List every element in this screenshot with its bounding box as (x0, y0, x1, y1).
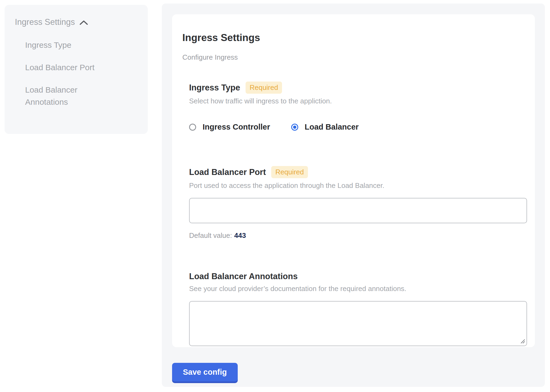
chevron-up-icon (79, 20, 88, 26)
ingress-settings-card: Ingress Settings Configure Ingress Ingre… (172, 14, 535, 347)
page-subtitle: Configure Ingress (182, 53, 521, 62)
default-value: 443 (234, 231, 246, 239)
sidebar-item-load-balancer-annotations[interactable]: Load Balancer Annotations (25, 84, 117, 108)
sidebar-section-ingress-settings[interactable]: Ingress Settings (15, 17, 140, 27)
ingress-type-radio-group: Ingress Controller Load Balancer (189, 123, 521, 131)
load-balancer-port-description: Port used to access the application thro… (189, 181, 521, 190)
sidebar-item-list: Ingress Type Load Balancer Port Load Bal… (15, 39, 117, 108)
settings-panel: Ingress Settings Configure Ingress Ingre… (162, 4, 545, 387)
sidebar-item-load-balancer-port[interactable]: Load Balancer Port (25, 61, 117, 73)
radio-selected-icon[interactable] (291, 124, 298, 131)
page: Ingress Settings Ingress Type Load Balan… (0, 0, 550, 392)
field-ingress-type: Ingress Type Required Select how traffic… (189, 82, 521, 131)
field-load-balancer-port: Load Balancer Port Required Port used to… (189, 166, 521, 240)
load-balancer-port-input[interactable] (189, 198, 527, 223)
required-badge: Required (246, 82, 282, 94)
required-badge: Required (271, 166, 308, 178)
save-config-button[interactable]: Save config (172, 363, 238, 381)
load-balancer-annotations-textarea[interactable] (189, 301, 527, 346)
radio-option-ingress-controller[interactable]: Ingress Controller (189, 123, 270, 131)
textarea-wrapper (189, 301, 527, 346)
sidebar-nav: Ingress Settings Ingress Type Load Balan… (5, 5, 148, 134)
load-balancer-annotations-description: See your cloud provider’s documentation … (189, 285, 521, 293)
default-value-hint: Default value:443 (189, 231, 521, 240)
ingress-type-label: Ingress Type (189, 83, 240, 93)
page-title: Ingress Settings (182, 32, 521, 43)
radio-option-load-balancer[interactable]: Load Balancer (291, 123, 359, 131)
field-load-balancer-annotations: Load Balancer Annotations See your cloud… (189, 272, 521, 346)
sidebar-item-ingress-type[interactable]: Ingress Type (25, 39, 117, 51)
ingress-type-description: Select how traffic will ingress to the a… (189, 97, 521, 105)
default-value-label: Default value: (189, 231, 232, 239)
radio-option-label: Load Balancer (305, 123, 359, 131)
sidebar-section-label: Ingress Settings (15, 17, 75, 27)
load-balancer-port-label: Load Balancer Port (189, 167, 266, 177)
load-balancer-annotations-label: Load Balancer Annotations (189, 272, 298, 281)
radio-option-label: Ingress Controller (203, 123, 270, 131)
radio-unselected-icon[interactable] (189, 124, 196, 131)
resize-handle-icon[interactable] (520, 339, 525, 344)
